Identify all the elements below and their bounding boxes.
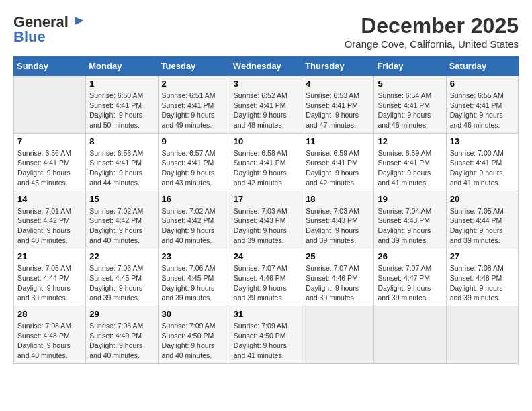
page-header: General Blue December 2025 Orange Cove, …: [13, 13, 519, 50]
day-info: Sunrise: 6:59 AMSunset: 4:41 PMDaylight:…: [306, 148, 370, 188]
calendar-day-cell: 23Sunrise: 7:06 AMSunset: 4:45 PMDayligh…: [158, 248, 230, 306]
day-info: Sunrise: 6:56 AMSunset: 4:41 PMDaylight:…: [17, 148, 82, 188]
day-info: Sunrise: 7:06 AMSunset: 4:45 PMDaylight:…: [89, 263, 154, 303]
svg-marker-0: [75, 17, 84, 25]
weekday-header-row: SundayMondayTuesdayWednesdayThursdayFrid…: [14, 57, 519, 76]
day-number: 12: [378, 136, 442, 146]
calendar-day-cell: 20Sunrise: 7:05 AMSunset: 4:44 PMDayligh…: [446, 191, 518, 248]
day-info: Sunrise: 7:05 AMSunset: 4:44 PMDaylight:…: [450, 206, 515, 246]
calendar-day-cell: 22Sunrise: 7:06 AMSunset: 4:45 PMDayligh…: [86, 248, 158, 306]
calendar-day-cell: 26Sunrise: 7:07 AMSunset: 4:47 PMDayligh…: [374, 248, 446, 306]
calendar-week-row: 1Sunrise: 6:50 AMSunset: 4:41 PMDaylight…: [14, 76, 519, 134]
day-number: 11: [306, 136, 370, 146]
day-number: 2: [162, 79, 226, 89]
day-number: 6: [450, 79, 515, 89]
calendar-day-cell: 5Sunrise: 6:54 AMSunset: 4:41 PMDaylight…: [374, 76, 446, 134]
day-info: Sunrise: 7:08 AMSunset: 4:48 PMDaylight:…: [450, 263, 515, 303]
calendar-day-cell: [14, 76, 86, 134]
day-number: 31: [234, 309, 298, 319]
logo: General Blue: [13, 13, 86, 46]
day-info: Sunrise: 6:57 AMSunset: 4:41 PMDaylight:…: [162, 148, 226, 188]
month-title: December 2025: [345, 13, 519, 38]
day-info: Sunrise: 7:00 AMSunset: 4:41 PMDaylight:…: [450, 148, 515, 188]
day-info: Sunrise: 7:07 AMSunset: 4:47 PMDaylight:…: [378, 263, 442, 303]
weekday-header-tuesday: Tuesday: [158, 57, 230, 76]
weekday-header-thursday: Thursday: [302, 57, 374, 76]
logo-blue-text: Blue: [13, 28, 46, 46]
day-info: Sunrise: 6:50 AMSunset: 4:41 PMDaylight:…: [89, 91, 154, 130]
calendar-day-cell: 30Sunrise: 7:09 AMSunset: 4:50 PMDayligh…: [158, 306, 230, 364]
day-number: 10: [234, 136, 298, 146]
day-info: Sunrise: 7:04 AMSunset: 4:43 PMDaylight:…: [378, 206, 442, 246]
day-number: 26: [378, 251, 442, 261]
calendar-day-cell: 4Sunrise: 6:53 AMSunset: 4:41 PMDaylight…: [302, 76, 374, 134]
weekday-header-friday: Friday: [374, 57, 446, 76]
day-info: Sunrise: 7:08 AMSunset: 4:48 PMDaylight:…: [17, 321, 82, 361]
location-title: Orange Cove, California, United States: [345, 38, 519, 50]
calendar-week-row: 7Sunrise: 6:56 AMSunset: 4:41 PMDaylight…: [14, 133, 519, 191]
weekday-header-sunday: Sunday: [14, 57, 86, 76]
day-number: 16: [162, 194, 226, 204]
calendar-day-cell: 12Sunrise: 6:59 AMSunset: 4:41 PMDayligh…: [374, 133, 446, 191]
calendar-day-cell: 19Sunrise: 7:04 AMSunset: 4:43 PMDayligh…: [374, 191, 446, 248]
calendar-day-cell: 6Sunrise: 6:55 AMSunset: 4:41 PMDaylight…: [446, 76, 518, 134]
calendar-day-cell: 9Sunrise: 6:57 AMSunset: 4:41 PMDaylight…: [158, 133, 230, 191]
day-number: 27: [450, 251, 515, 261]
calendar-day-cell: 24Sunrise: 7:07 AMSunset: 4:46 PMDayligh…: [230, 248, 302, 306]
calendar-day-cell: 15Sunrise: 7:02 AMSunset: 4:42 PMDayligh…: [86, 191, 158, 248]
calendar-week-row: 28Sunrise: 7:08 AMSunset: 4:48 PMDayligh…: [14, 306, 519, 364]
day-info: Sunrise: 7:06 AMSunset: 4:45 PMDaylight:…: [162, 263, 226, 303]
day-info: Sunrise: 6:59 AMSunset: 4:41 PMDaylight:…: [378, 148, 442, 188]
calendar-day-cell: 31Sunrise: 7:09 AMSunset: 4:50 PMDayligh…: [230, 306, 302, 364]
day-number: 29: [89, 309, 154, 319]
day-number: 28: [17, 309, 82, 319]
day-info: Sunrise: 6:55 AMSunset: 4:41 PMDaylight:…: [450, 91, 515, 130]
day-info: Sunrise: 6:51 AMSunset: 4:41 PMDaylight:…: [162, 91, 226, 130]
calendar-day-cell: 11Sunrise: 6:59 AMSunset: 4:41 PMDayligh…: [302, 133, 374, 191]
logo-icon: [73, 15, 85, 30]
day-info: Sunrise: 7:07 AMSunset: 4:46 PMDaylight:…: [234, 263, 298, 303]
day-info: Sunrise: 6:58 AMSunset: 4:41 PMDaylight:…: [234, 148, 298, 188]
day-info: Sunrise: 7:02 AMSunset: 4:42 PMDaylight:…: [162, 206, 226, 246]
calendar-day-cell: 25Sunrise: 7:07 AMSunset: 4:46 PMDayligh…: [302, 248, 374, 306]
calendar-day-cell: 27Sunrise: 7:08 AMSunset: 4:48 PMDayligh…: [446, 248, 518, 306]
day-info: Sunrise: 7:05 AMSunset: 4:44 PMDaylight:…: [17, 263, 82, 303]
day-number: 1: [89, 79, 154, 89]
weekday-header-saturday: Saturday: [446, 57, 518, 76]
day-info: Sunrise: 6:56 AMSunset: 4:41 PMDaylight:…: [89, 148, 154, 188]
calendar-day-cell: 17Sunrise: 7:03 AMSunset: 4:43 PMDayligh…: [230, 191, 302, 248]
day-number: 20: [450, 194, 515, 204]
calendar-day-cell: 1Sunrise: 6:50 AMSunset: 4:41 PMDaylight…: [86, 76, 158, 134]
calendar-day-cell: 18Sunrise: 7:03 AMSunset: 4:43 PMDayligh…: [302, 191, 374, 248]
calendar-week-row: 14Sunrise: 7:01 AMSunset: 4:42 PMDayligh…: [14, 191, 519, 248]
day-number: 25: [306, 251, 370, 261]
calendar-day-cell: 29Sunrise: 7:08 AMSunset: 4:49 PMDayligh…: [86, 306, 158, 364]
day-number: 15: [89, 194, 154, 204]
day-number: 5: [378, 79, 442, 89]
calendar-day-cell: [374, 306, 446, 364]
day-info: Sunrise: 6:54 AMSunset: 4:41 PMDaylight:…: [378, 91, 442, 130]
day-number: 8: [89, 136, 154, 146]
calendar-day-cell: 14Sunrise: 7:01 AMSunset: 4:42 PMDayligh…: [14, 191, 86, 248]
calendar-day-cell: 3Sunrise: 6:52 AMSunset: 4:41 PMDaylight…: [230, 76, 302, 134]
day-info: Sunrise: 7:03 AMSunset: 4:43 PMDaylight:…: [234, 206, 298, 246]
day-number: 24: [234, 251, 298, 261]
day-number: 22: [89, 251, 154, 261]
day-number: 13: [450, 136, 515, 146]
weekday-header-monday: Monday: [86, 57, 158, 76]
day-number: 18: [306, 194, 370, 204]
day-info: Sunrise: 7:02 AMSunset: 4:42 PMDaylight:…: [89, 206, 154, 246]
day-number: 14: [17, 194, 82, 204]
calendar-day-cell: 10Sunrise: 6:58 AMSunset: 4:41 PMDayligh…: [230, 133, 302, 191]
day-info: Sunrise: 7:01 AMSunset: 4:42 PMDaylight:…: [17, 206, 82, 246]
calendar-day-cell: 13Sunrise: 7:00 AMSunset: 4:41 PMDayligh…: [446, 133, 518, 191]
day-info: Sunrise: 7:09 AMSunset: 4:50 PMDaylight:…: [162, 321, 226, 361]
day-number: 7: [17, 136, 82, 146]
calendar-week-row: 21Sunrise: 7:05 AMSunset: 4:44 PMDayligh…: [14, 248, 519, 306]
calendar-day-cell: 16Sunrise: 7:02 AMSunset: 4:42 PMDayligh…: [158, 191, 230, 248]
calendar-day-cell: 28Sunrise: 7:08 AMSunset: 4:48 PMDayligh…: [14, 306, 86, 364]
day-number: 21: [17, 251, 82, 261]
calendar-day-cell: [302, 306, 374, 364]
calendar-day-cell: 21Sunrise: 7:05 AMSunset: 4:44 PMDayligh…: [14, 248, 86, 306]
day-number: 3: [234, 79, 298, 89]
